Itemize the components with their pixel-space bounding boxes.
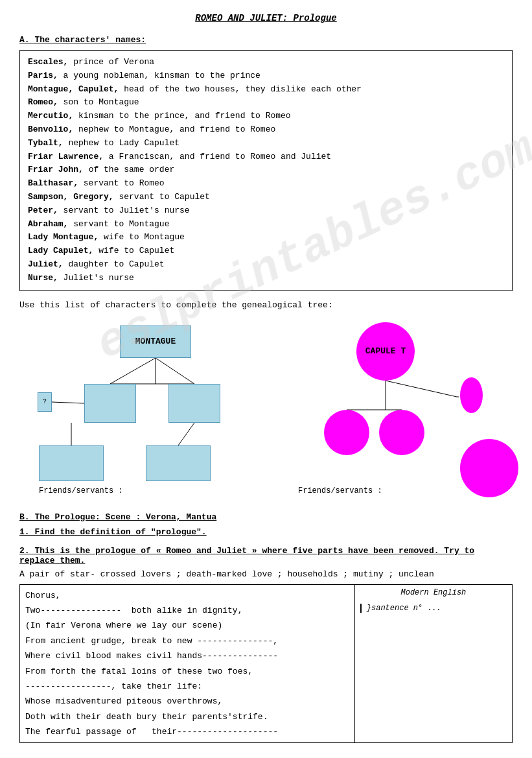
prologue-text-cell: Chorus, Two---------------- both alike i…: [20, 584, 355, 743]
prologue-line-10: The fearful passage of their------------…: [25, 724, 349, 739]
prologue-line-5: Where civil blood makes civil hands-----…: [25, 648, 349, 663]
svg-line-7: [110, 358, 156, 384]
characters-list: Escales, prince of Verona Paris, a young…: [19, 50, 513, 291]
q1-header: 1. Find the definition of "prologue".: [19, 527, 513, 537]
montague-mid-right-box: [168, 384, 220, 423]
svg-line-3: [52, 402, 84, 403]
word-list: A pair of star- crossed lovers ; death-m…: [19, 569, 513, 579]
montague-bot-right-box: [146, 445, 211, 481]
prologue-line-1: Chorus,: [25, 588, 349, 603]
genealogy-tree: MONTAGUE ? CAPULE T Friends/servants : F…: [19, 319, 513, 501]
svg-line-5: [178, 423, 194, 445]
svg-line-10: [386, 381, 457, 397]
capulet-circle-mid-left: [324, 410, 369, 455]
section-b-header: B. The Prologue: Scene : Verona, Mantua: [19, 512, 513, 522]
capulet-circle-mid-center: [379, 410, 424, 455]
friends-servants-left: Friends/servants :: [39, 486, 123, 495]
friends-servants-right: Friends/servants :: [298, 486, 382, 495]
prologue-line-8: Whose misadventured piteous overthrows,: [25, 694, 349, 709]
q2-header: 2. This is the prologue of « Romeo and J…: [19, 546, 513, 565]
prologue-line-9: Doth with their death bury their parents…: [25, 709, 349, 724]
prologue-line-7: -----------------, take their life:: [25, 679, 349, 694]
montague-small-box: ?: [38, 392, 52, 412]
capulet-circle-right-top: [460, 377, 483, 413]
prologue-line-6: From forth the fatal loins of these two …: [25, 664, 349, 679]
capulet-circle-right-bot: [460, 439, 518, 497]
prologue-table: Chorus, Two---------------- both alike i…: [19, 584, 513, 744]
genealogy-instruction: Use this list of characters to complete …: [19, 300, 513, 310]
page-title: ROMEO AND JULIET: Prologue: [19, 13, 513, 23]
montague-mid-left-box: [84, 384, 136, 423]
modern-english-header: Modern English: [360, 588, 507, 597]
capulet-circle-top: CAPULE T: [356, 322, 415, 381]
montague-bot-left-box: [39, 445, 104, 481]
prologue-line-4: From ancient grudge, break to new ------…: [25, 634, 349, 648]
prologue-line-3: (In fair Verona where we lay our scene): [25, 618, 349, 633]
modern-english-cell: Modern English }santence n° ...: [354, 584, 512, 743]
sentence-placeholder: }santence n° ...: [360, 604, 507, 613]
montague-box: MONTAGUE: [120, 326, 191, 358]
prologue-line-2: Two---------------- both alike in dignit…: [25, 603, 349, 618]
section-a-header: A. The characters' names:: [19, 35, 513, 45]
svg-line-6: [156, 358, 194, 384]
